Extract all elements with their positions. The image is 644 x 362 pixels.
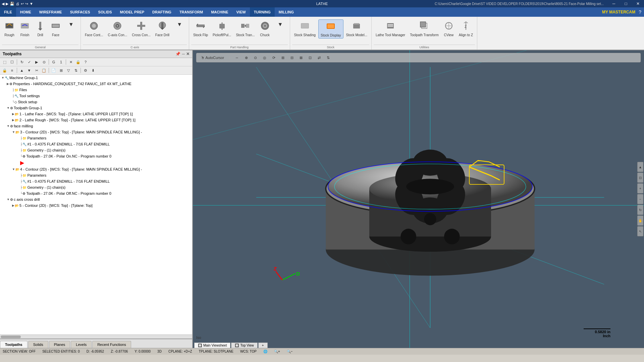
tree-lathe-rough[interactable]: ▶ 📂 2 - Lathe Rough - [WCS: Top] - [Tpla… [0,117,192,123]
close-panel-icon[interactable]: ✕ [186,52,190,56]
menu-milling[interactable]: MILLING [275,7,298,17]
panel-controls[interactable]: 📌 ─ ✕ [175,52,190,56]
post-btn[interactable]: G [50,59,57,65]
nav-zoom-in-btn[interactable]: + [637,183,643,193]
tab-recent-functions[interactable]: Recent Functions [92,341,131,348]
expand-files[interactable]: ├ [12,88,14,92]
pin-icon[interactable]: 📌 [175,52,180,56]
stock-display-button[interactable]: Stock Display [318,19,343,39]
caxis-more-button[interactable]: ▼ [172,19,187,28]
vp-tool11[interactable]: ⇅ [324,55,332,61]
cross-contour-button[interactable]: Cross Con... [130,19,153,38]
vp-tool3[interactable]: ⊙ [252,55,259,61]
tree-face-milling-group[interactable]: ▼ ⚙ face millling [0,123,192,129]
pickoff-button[interactable]: Pickoff/Pul... [211,19,233,38]
tab-levels[interactable]: Levels [71,341,92,348]
expand-params3[interactable]: ├ [20,136,22,140]
vp-tool4[interactable]: ◎ [261,55,269,61]
vp-tool8[interactable]: ⊠ [297,55,305,61]
tree-params3[interactable]: ├ 📁 Parameters [0,135,192,141]
menu-wireframe[interactable]: WIREFRAME [35,7,66,17]
menu-home[interactable]: HOME [16,7,35,17]
expand-params4[interactable]: ├ [20,174,22,177]
nav-up-btn[interactable]: ▲ [637,162,643,172]
autocursor-btn[interactable]: 🖱 AutoCursor [199,55,226,61]
menu-file[interactable]: FILE [0,7,16,17]
tree-lathe-face[interactable]: ▶ 📂 1 - Lathe Face - [WCS: Top] - [Tplan… [0,111,192,117]
general-more-button[interactable]: ▼ [64,19,78,28]
tree-toolpathdata4[interactable]: └ ⚙ Toolpath - 27.0K - Polar Off.NC - Pr… [0,190,192,196]
cview-button[interactable]: CView [441,19,456,38]
vp-tool6[interactable]: ⊞ [279,55,287,61]
stock-model-button[interactable]: Stock Model... [344,19,369,38]
nav-rotate-btn[interactable]: ↻ [637,205,643,215]
redo-icon[interactable]: ↪ [25,2,28,6]
viewsheet-add[interactable]: + [258,343,268,348]
expand-geom3[interactable]: ├ [20,148,22,152]
expand-lathe-rough[interactable]: ▶ [12,118,14,122]
lathe-tool-manager-button[interactable]: Lathe Tool Manager [374,19,407,38]
tree-geom4[interactable]: ├ 📁 Geometry - (1) chain(s) [0,184,192,190]
select-none-btn[interactable]: ☐ [9,59,15,65]
zoom-out-status-btn[interactable]: 🔍− [287,350,293,353]
minimize-button[interactable]: ─ [608,0,620,7]
menu-turning[interactable]: TURNING [250,7,275,17]
menu-drafting[interactable]: DRAFTING [148,7,175,17]
expand-face-milling[interactable]: ▼ [7,124,10,128]
vp-tool1[interactable]: ↔ [233,55,241,61]
menu-view[interactable]: VIEW [232,7,250,17]
back-icon[interactable]: ◀ [2,2,4,6]
quick-access-toolbar[interactable]: ◀ ▶ 💾 🖨 ↩ ↪ ▼ [2,2,33,6]
vp-tool9[interactable]: ⊡ [306,55,314,61]
paste-btn[interactable]: 📄 [50,67,57,74]
tree-caxis-group[interactable]: ▼ ⚙ c axis cross drill [0,196,192,202]
select-all-btn[interactable]: ⬚ [1,59,8,65]
tree-tool-settings[interactable]: ├ 🔧 Tool settings [0,93,192,99]
forward-icon[interactable]: ▶ [6,2,8,6]
copy-btn[interactable]: 📋 [41,67,47,74]
maximize-button[interactable]: □ [620,0,632,7]
move-up-btn[interactable]: ▲ [18,67,25,74]
tree-properties[interactable]: ▶ ⚙ Properties - HARDINGE_CONQUEST_T42 F… [0,81,192,87]
expand-tool-settings[interactable]: ├ [12,94,14,98]
nav-select-btn[interactable]: ↖ [637,226,643,236]
menu-surfaces[interactable]: SURFACES [66,7,94,17]
tree-tool4[interactable]: ├ 🔧 #1 - 0.4375 FLAT ENDMILL - 7/16 FLAT… [0,178,192,184]
tree-machine-group[interactable]: ▼ 🔧 Machine Group-1 [0,75,192,81]
expand-stock-setup[interactable]: └ [12,100,14,104]
nav-fit-btn[interactable]: ⊡ [637,173,643,183]
expand-machine-group[interactable]: ▼ [1,76,4,79]
tree-stock-setup[interactable]: └ ◇ Stock setup [0,99,192,105]
expand-tool3[interactable]: ├ [20,142,22,146]
expand-toolpathdata3[interactable]: └ [20,155,22,158]
tree-toolpathdata3[interactable]: └ ⚙ Toolpath - 27.0K - Polar On.NC - Pro… [0,153,192,159]
viewsheet-top[interactable]: 🔲 Top View [231,343,257,348]
menu-transform[interactable]: TRANSFORM [175,7,207,17]
tree-geom3[interactable]: ├ 📁 Geometry - (1) chain(s) [0,147,192,153]
tree-params4[interactable]: ├ 📁 Parameters [0,172,192,178]
menu-machine[interactable]: MACHINE [207,7,232,17]
finish-button[interactable]: Finish [17,19,32,38]
menu-model-prep[interactable]: MODEL PREP [116,7,149,17]
stock-shading-button[interactable]: Stock Shading [292,19,318,38]
qa-dropdown-icon[interactable]: ▼ [30,2,33,6]
regen-all-btn[interactable]: ↻ [18,59,25,65]
expand-tool4[interactable]: ├ [20,180,22,183]
settings2-btn[interactable]: ⚙ [82,67,89,74]
vp-tool5[interactable]: ⟳ [270,55,278,61]
tab-planes[interactable]: Planes [49,341,70,348]
tree-play3[interactable]: ▶ [0,159,192,166]
group-btn[interactable]: ⊞ [58,67,64,74]
tab-toolpaths[interactable]: Toolpaths [0,341,28,348]
vp-tool7[interactable]: ⊟ [288,55,296,61]
simulate-btn[interactable]: ⊙ [41,59,47,65]
zoom-in-status-btn[interactable]: 🔍+ [274,350,280,353]
tab-solids[interactable]: Solids [28,341,48,348]
tree-toolpath-group1[interactable]: ▼ ⚙ Toolpath Group-1 [0,105,192,111]
toolpath-transform-button[interactable]: Toolpath Transform [408,19,441,38]
lock-btn[interactable]: 🔒 [75,59,82,65]
caxis-contour-button[interactable]: C-axis Con... [106,19,129,38]
menu-solids[interactable]: SOLIDS [94,7,116,17]
verify-btn[interactable]: ✓ [26,59,33,65]
save-icon[interactable]: 💾 [10,2,14,6]
